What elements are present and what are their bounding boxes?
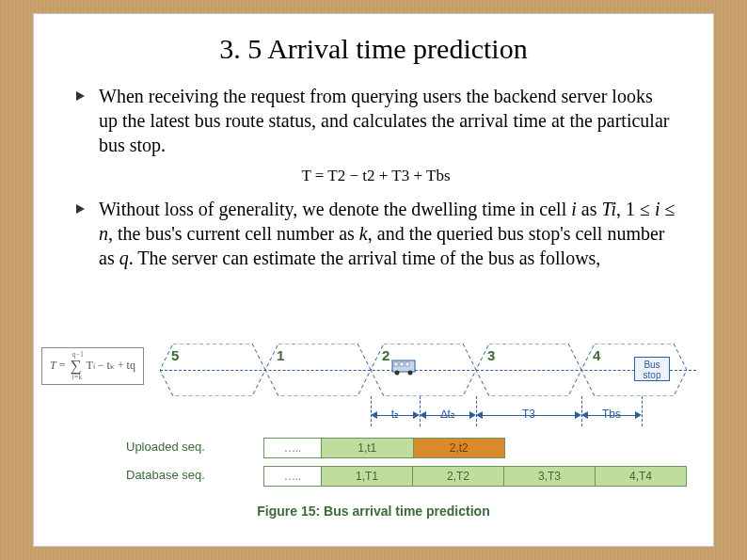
figure-caption: Figure 15: Bus arrival time prediction [34, 504, 713, 519]
bullet-text: Without loss of generality, we denote th… [99, 197, 675, 270]
hex-row: 5 1 2 3 4 Bus stop [160, 344, 696, 402]
seq-gap [505, 438, 596, 458]
svg-rect-6 [394, 362, 398, 366]
equation-box: T = ∑ q−1 i=k Tᵢ − tₖ + tq [41, 347, 144, 385]
slide-title: 3. 5 Arrival time prediction [34, 33, 713, 65]
formula: T = T2 − t2 + T3 + Tbs [76, 167, 675, 185]
svg-rect-8 [405, 362, 409, 366]
interval-arrow: T3 [476, 409, 581, 423]
interval-arrow: ∆t₂ [420, 409, 476, 423]
hex-cell: 3 [476, 344, 581, 396]
slide-frame: 3. 5 Arrival time prediction When receiv… [33, 13, 714, 547]
row-label: Database seq. [126, 468, 205, 482]
bullet-list: When receiving the request from querying… [76, 84, 675, 270]
svg-rect-7 [400, 362, 404, 366]
seq-cell: 3,T3 [504, 466, 596, 487]
seq-gap [596, 438, 688, 458]
bullet-icon [76, 91, 85, 101]
hex-cell: 4 Bus stop [581, 344, 687, 396]
figure-diagram: T = ∑ q−1 i=k Tᵢ − tₖ + tq 5 1 [34, 344, 713, 522]
hex-cell: 1 [265, 344, 371, 396]
hex-cell: 5 [160, 344, 265, 396]
seq-cell: 1,t1 [321, 438, 414, 458]
interval-arrow: Tbs [581, 409, 642, 423]
arrow-row: t₂ ∆t₂ T3 Tbs [160, 396, 696, 430]
database-seq-row: Database seq. ….. 1,T1 2,T2 3,T3 4,T4 [34, 466, 713, 487]
seq-track: ….. 1,t1 2,t2 [263, 438, 687, 458]
bullet-text: When receiving the request from querying… [99, 84, 675, 157]
seq-dots: ….. [263, 438, 321, 458]
seq-cell: 2,t2 [414, 438, 506, 458]
hex-cell: 2 [371, 344, 476, 396]
seq-track: ….. 1,T1 2,T2 3,T3 4,T4 [263, 466, 687, 487]
interval-arrow: t₂ [371, 409, 420, 423]
bullet-item: Without loss of generality, we denote th… [76, 197, 675, 270]
bus-stop-box: Bus stop [634, 357, 670, 381]
bullet-item: When receiving the request from querying… [76, 84, 675, 157]
seq-dots: ….. [263, 466, 321, 487]
tick [642, 396, 643, 426]
sigma-icon: ∑ q−1 i=k [71, 357, 82, 376]
seq-cell: 1,T1 [321, 466, 413, 487]
bullet-icon [76, 204, 85, 214]
row-label: Uploaded seq. [126, 440, 205, 454]
seq-cell: 2,T2 [413, 466, 504, 487]
uploaded-seq-row: Uploaded seq. ….. 1,t1 2,t2 [34, 438, 713, 458]
svg-point-10 [408, 371, 413, 376]
bus-icon [391, 358, 420, 376]
svg-point-9 [395, 371, 400, 376]
seq-cell: 4,T4 [596, 466, 687, 487]
